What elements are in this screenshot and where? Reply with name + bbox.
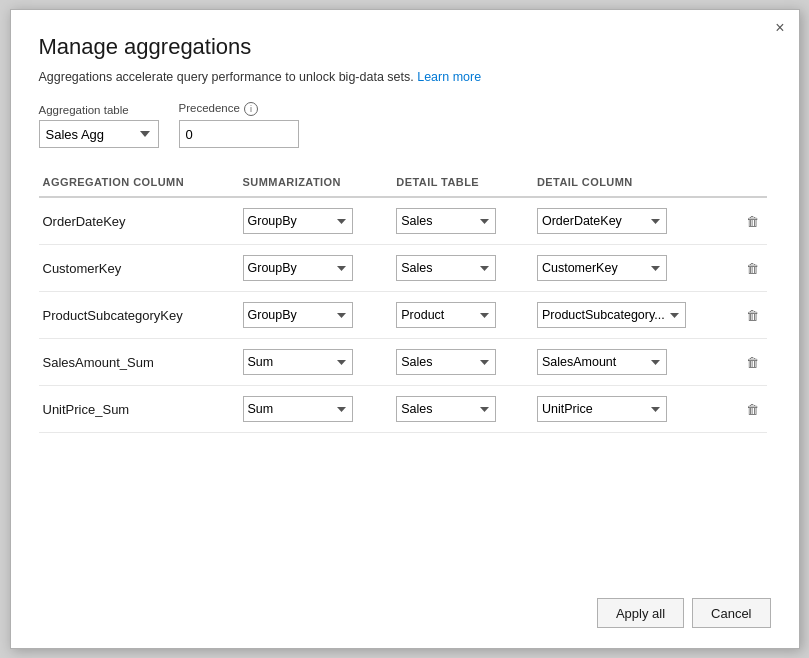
summarization-cell: GroupBySumCountMinMaxAverage <box>239 339 393 386</box>
header-detail-column: DETAIL COLUMN <box>533 168 738 197</box>
precedence-info-icon: i <box>244 102 258 116</box>
detail-column-select[interactable]: UnitPrice <box>537 396 667 422</box>
delete-row-button[interactable]: 🗑 <box>742 212 763 231</box>
agg-column-name: SalesAmount_Sum <box>39 339 239 386</box>
table-row: UnitPrice_SumGroupBySumCountMinMaxAverag… <box>39 386 767 433</box>
delete-row-button[interactable]: 🗑 <box>742 400 763 419</box>
precedence-group: Precedence i <box>179 102 299 148</box>
detail-column-select[interactable]: OrderDateKey <box>537 208 667 234</box>
delete-cell: 🗑 <box>738 197 767 245</box>
agg-column-name: UnitPrice_Sum <box>39 386 239 433</box>
aggregations-table: AGGREGATION COLUMN SUMMARIZATION DETAIL … <box>39 168 767 433</box>
aggregation-table-group: Aggregation table Sales Agg <box>39 104 159 148</box>
description-text: Aggregations accelerate query performanc… <box>39 70 771 84</box>
detail-column-cell: ProductSubcategory... <box>533 292 738 339</box>
summarization-select[interactable]: GroupBySumCountMinMaxAverage <box>243 349 353 375</box>
delete-row-button[interactable]: 🗑 <box>742 353 763 372</box>
detail-table-cell: SalesProductCustomer <box>392 339 533 386</box>
summarization-select[interactable]: GroupBySumCountMinMaxAverage <box>243 208 353 234</box>
header-detail-table: DETAIL TABLE <box>392 168 533 197</box>
apply-all-button[interactable]: Apply all <box>597 598 684 628</box>
summarization-cell: GroupBySumCountMinMaxAverage <box>239 197 393 245</box>
manage-aggregations-dialog: × Manage aggregations Aggregations accel… <box>10 9 800 649</box>
footer: Apply all Cancel <box>39 584 771 628</box>
cancel-button[interactable]: Cancel <box>692 598 770 628</box>
agg-column-name: ProductSubcategoryKey <box>39 292 239 339</box>
detail-table-cell: SalesProductCustomer <box>392 386 533 433</box>
summarization-cell: GroupBySumCountMinMaxAverage <box>239 292 393 339</box>
detail-table-cell: SalesProductCustomer <box>392 197 533 245</box>
detail-table-select[interactable]: SalesProductCustomer <box>396 255 496 281</box>
delete-cell: 🗑 <box>738 386 767 433</box>
detail-column-cell: SalesAmount <box>533 339 738 386</box>
agg-column-name: OrderDateKey <box>39 197 239 245</box>
detail-column-select[interactable]: CustomerKey <box>537 255 667 281</box>
table-scroll[interactable]: AGGREGATION COLUMN SUMMARIZATION DETAIL … <box>39 168 771 433</box>
header-agg-column: AGGREGATION COLUMN <box>39 168 239 197</box>
summarization-select[interactable]: GroupBySumCountMinMaxAverage <box>243 255 353 281</box>
delete-cell: 🗑 <box>738 339 767 386</box>
dialog-title: Manage aggregations <box>39 34 771 60</box>
summarization-select[interactable]: GroupBySumCountMinMaxAverage <box>243 302 353 328</box>
detail-column-cell: OrderDateKey <box>533 197 738 245</box>
aggregation-table-select[interactable]: Sales Agg <box>39 120 159 148</box>
precedence-input[interactable] <box>179 120 299 148</box>
detail-column-cell: CustomerKey <box>533 245 738 292</box>
detail-column-select[interactable]: SalesAmount <box>537 349 667 375</box>
table-header-row: AGGREGATION COLUMN SUMMARIZATION DETAIL … <box>39 168 767 197</box>
detail-table-cell: SalesProductCustomer <box>392 245 533 292</box>
table-row: OrderDateKeyGroupBySumCountMinMaxAverage… <box>39 197 767 245</box>
delete-row-button[interactable]: 🗑 <box>742 259 763 278</box>
agg-column-name: CustomerKey <box>39 245 239 292</box>
summarization-cell: GroupBySumCountMinMaxAverage <box>239 386 393 433</box>
delete-row-button[interactable]: 🗑 <box>742 306 763 325</box>
detail-table-select[interactable]: SalesProductCustomer <box>396 302 496 328</box>
table-row: ProductSubcategoryKeyGroupBySumCountMinM… <box>39 292 767 339</box>
detail-column-select[interactable]: ProductSubcategory... <box>537 302 686 328</box>
table-row: CustomerKeyGroupBySumCountMinMaxAverageS… <box>39 245 767 292</box>
precedence-label: Precedence i <box>179 102 299 116</box>
detail-table-select[interactable]: SalesProductCustomer <box>396 396 496 422</box>
detail-table-cell: SalesProductCustomer <box>392 292 533 339</box>
close-button[interactable]: × <box>775 20 784 36</box>
table-area: AGGREGATION COLUMN SUMMARIZATION DETAIL … <box>39 168 771 564</box>
controls-row: Aggregation table Sales Agg Precedence i <box>39 102 771 148</box>
delete-cell: 🗑 <box>738 292 767 339</box>
summarization-select[interactable]: GroupBySumCountMinMaxAverage <box>243 396 353 422</box>
detail-column-cell: UnitPrice <box>533 386 738 433</box>
summarization-cell: GroupBySumCountMinMaxAverage <box>239 245 393 292</box>
detail-table-select[interactable]: SalesProductCustomer <box>396 208 496 234</box>
learn-more-link[interactable]: Learn more <box>417 70 481 84</box>
header-summarization: SUMMARIZATION <box>239 168 393 197</box>
table-row: SalesAmount_SumGroupBySumCountMinMaxAver… <box>39 339 767 386</box>
aggregation-table-label: Aggregation table <box>39 104 159 116</box>
delete-cell: 🗑 <box>738 245 767 292</box>
detail-table-select[interactable]: SalesProductCustomer <box>396 349 496 375</box>
